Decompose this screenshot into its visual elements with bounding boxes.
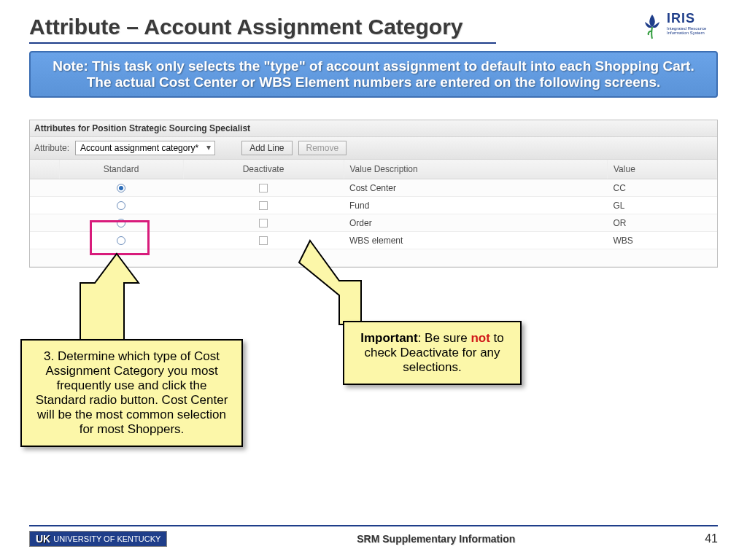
attribute-dropdown[interactable]: Account assignment category* bbox=[75, 141, 215, 155]
logo-text: IRIS bbox=[667, 11, 695, 26]
add-line-button[interactable]: Add Line bbox=[241, 141, 292, 155]
value-description-cell: Cost Center bbox=[344, 179, 608, 197]
deactivate-checkbox[interactable] bbox=[259, 201, 268, 210]
iris-logo: IRIS Integrated Resource Information Sys… bbox=[638, 11, 725, 44]
callout-step3: 3. Determine which type of Cost Assignme… bbox=[20, 339, 243, 447]
iris-flower-icon bbox=[638, 11, 667, 40]
uk-initials: UK bbox=[36, 533, 50, 545]
uk-text: UNIVERSITY OF KENTUCKY bbox=[53, 534, 160, 543]
value-description-cell: Fund bbox=[344, 197, 608, 214]
footer-title: SRM Supplementary Information bbox=[167, 533, 705, 545]
standard-radio[interactable] bbox=[117, 219, 125, 228]
callout-important-text: Important: Be sure not to check Deactiva… bbox=[360, 331, 504, 374]
col-value-description: Value Description bbox=[344, 160, 608, 179]
uk-badge: UK UNIVERSITY OF KENTUCKY bbox=[29, 531, 167, 547]
attribute-label: Attribute: bbox=[34, 143, 69, 153]
page-title: Attribute – Account Assignment Category bbox=[29, 15, 496, 44]
deactivate-checkbox[interactable] bbox=[259, 236, 268, 245]
callout-step3-arrow bbox=[55, 254, 142, 349]
col-deactivate: Deactivate bbox=[183, 160, 344, 179]
deactivate-checkbox[interactable] bbox=[259, 219, 268, 228]
value-cell: WBS bbox=[608, 232, 717, 249]
footer: UK UNIVERSITY OF KENTUCKY SRM Supplement… bbox=[0, 525, 747, 547]
standard-radio[interactable] bbox=[117, 201, 125, 210]
note-box: Note: This task only selects the "type" … bbox=[29, 51, 718, 98]
value-cell: OR bbox=[608, 214, 717, 232]
table-row: Cost Center CC bbox=[30, 179, 717, 197]
value-description-cell: Order bbox=[344, 214, 608, 232]
page-number: 41 bbox=[705, 532, 718, 545]
callout-important-arrow bbox=[299, 241, 394, 328]
remove-button[interactable]: Remove bbox=[298, 141, 347, 155]
col-standard: Standard bbox=[59, 160, 183, 179]
panel-header: Attributes for Position Strategic Sourci… bbox=[30, 120, 717, 137]
table-row: Fund GL bbox=[30, 197, 717, 214]
svg-marker-0 bbox=[80, 254, 139, 345]
value-cell: CC bbox=[608, 179, 717, 197]
col-value: Value bbox=[608, 160, 717, 179]
value-cell: GL bbox=[608, 197, 717, 214]
table-row: Order OR bbox=[30, 214, 717, 232]
deactivate-checkbox[interactable] bbox=[259, 184, 268, 192]
callout-important: Important: Be sure not to check Deactiva… bbox=[343, 321, 522, 385]
callout-step3-text: 3. Determine which type of Cost Assignme… bbox=[36, 349, 228, 436]
standard-radio[interactable] bbox=[117, 236, 125, 245]
standard-radio[interactable] bbox=[117, 184, 125, 192]
dropdown-value: Account assignment category* bbox=[80, 143, 198, 153]
svg-marker-1 bbox=[299, 241, 361, 324]
